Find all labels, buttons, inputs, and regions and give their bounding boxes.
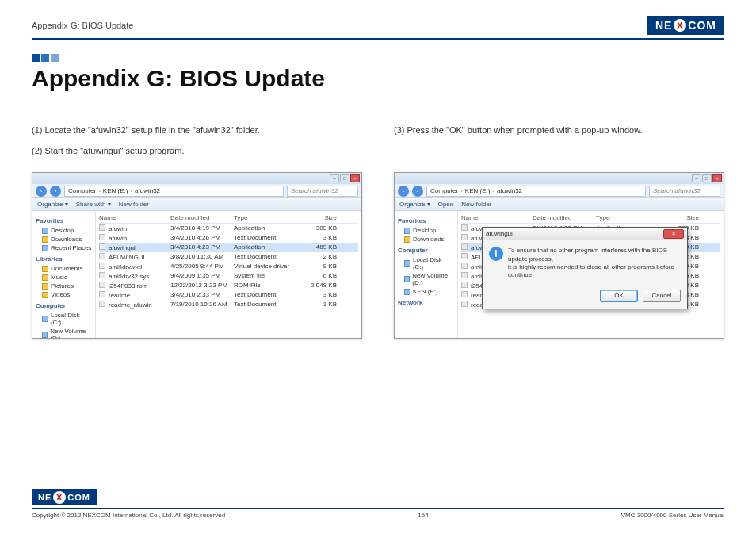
breadcrumb-computer[interactable]: Computer xyxy=(430,186,458,196)
search-input[interactable]: Search afuwin32 xyxy=(287,186,358,197)
folder-icon xyxy=(42,236,48,243)
file-row[interactable]: i254F033.rom12/22/2012 3:23 PMROM File2,… xyxy=(99,281,358,290)
column-headers[interactable]: Name Date modified Type Size xyxy=(99,213,358,224)
newfolder-button[interactable]: New folder xyxy=(461,201,491,208)
search-input[interactable]: Search afuwin32 xyxy=(649,186,720,197)
sidebar-item-newvold[interactable]: New Volume (D:) xyxy=(36,327,92,339)
sidebar-item-music[interactable]: Music xyxy=(36,273,92,282)
chevron-right-icon: › xyxy=(130,186,132,196)
col-size[interactable]: Size xyxy=(659,214,699,221)
dialog-message: To ensure that no other program interfer… xyxy=(508,247,681,280)
app-icon xyxy=(99,224,105,231)
drive-icon xyxy=(404,260,410,266)
minimize-button[interactable]: – xyxy=(330,174,339,182)
organize-menu[interactable]: Organize ▾ xyxy=(37,201,68,208)
sidebar-item-documents[interactable]: Documents xyxy=(36,264,92,273)
recent-icon xyxy=(42,245,48,251)
file-row[interactable]: amifldrv.vxd4/25/2005 8:44 PMVirtual dev… xyxy=(99,262,358,271)
folder-icon xyxy=(42,283,48,290)
window-titlebar: – □ × xyxy=(32,173,361,184)
text-icon xyxy=(99,301,105,307)
column-headers[interactable]: Name Date modified Type Size xyxy=(461,213,720,224)
col-name[interactable]: Name xyxy=(461,214,533,221)
page-title: Appendix G: BIOS Update xyxy=(32,65,724,92)
drive-icon xyxy=(42,332,48,338)
logo-x-icon: X xyxy=(674,19,686,32)
col-type[interactable]: Type xyxy=(596,214,659,221)
folder-icon xyxy=(42,274,48,281)
sidebar-item-localc[interactable]: Local Disk (C:) xyxy=(398,255,454,271)
file-icon xyxy=(461,282,468,288)
text-icon xyxy=(99,253,105,259)
sidebar-item-downloads[interactable]: Downloads xyxy=(36,235,92,243)
sidebar-item-newvold[interactable]: New Volume (D:) xyxy=(398,271,454,287)
breadcrumb-folder[interactable]: afuwin32 xyxy=(497,186,522,196)
close-button[interactable]: × xyxy=(712,174,722,182)
file-row[interactable]: readme_afuwin7/19/2010 10:26 AMText Docu… xyxy=(99,300,358,309)
sidebar-item-downloads[interactable]: Downloads xyxy=(398,235,454,243)
ok-button[interactable]: OK xyxy=(600,290,638,302)
breadcrumb-folder[interactable]: afuwin32 xyxy=(135,186,160,196)
maximize-button[interactable]: □ xyxy=(702,174,712,182)
close-button[interactable]: × xyxy=(350,174,360,182)
file-row[interactable]: AFUWINGUI3/8/2010 11:30 AMText Document2… xyxy=(99,252,358,262)
cancel-button[interactable]: Cancel xyxy=(643,290,681,302)
file-icon xyxy=(99,282,105,288)
copyright: Copyright © 2012 NEXCOM International Co… xyxy=(32,512,225,519)
drive-icon xyxy=(404,289,410,295)
breadcrumb-drive[interactable]: KEN (E:) xyxy=(465,186,491,196)
logo-post: COM xyxy=(688,19,716,32)
open-button[interactable]: Open xyxy=(438,201,454,208)
screenshot-right: – □ × ‹ › Computer › KEN (E:) › afuwin32… xyxy=(394,172,724,339)
sidebar-item-desktop[interactable]: Desktop xyxy=(398,226,454,235)
desktop-icon xyxy=(404,228,410,234)
share-menu[interactable]: Share with ▾ xyxy=(76,201,111,208)
sidebar-item-localc[interactable]: Local Disk (C:) xyxy=(36,311,92,327)
sidebar-item-kene[interactable]: KEN (E:) xyxy=(398,287,454,296)
forward-button[interactable]: › xyxy=(50,186,61,197)
breadcrumb-computer[interactable]: Computer xyxy=(68,186,96,196)
nav-pane: Favorites Desktop Downloads Computer Loc… xyxy=(395,211,458,338)
logo-pre: NE xyxy=(655,19,672,32)
confirmation-dialog: afuwingui × i To ensure that no other pr… xyxy=(482,227,688,309)
col-size[interactable]: Size xyxy=(297,214,337,221)
file-list: Name Date modified Type Size afuwin3/4/2… xyxy=(96,211,361,338)
window-titlebar: – □ × xyxy=(395,173,724,184)
forward-button[interactable]: › xyxy=(412,186,423,197)
text-icon xyxy=(461,253,468,259)
logo: NE X COM xyxy=(647,16,724,35)
col-date[interactable]: Date modified xyxy=(170,214,234,221)
sidebar-item-videos[interactable]: Videos xyxy=(36,290,92,299)
sidebar-item-desktop[interactable]: Desktop xyxy=(36,226,92,235)
network-group: Network xyxy=(398,299,454,306)
breadcrumb-drive[interactable]: KEN (E:) xyxy=(103,186,128,196)
sidebar-item-recent[interactable]: Recent Places xyxy=(36,243,92,252)
dialog-close-button[interactable]: × xyxy=(663,229,684,239)
back-button[interactable]: ‹ xyxy=(398,186,409,197)
breadcrumb[interactable]: Computer › KEN (E:) › afuwin32 xyxy=(426,186,646,197)
back-button[interactable]: ‹ xyxy=(36,186,47,197)
col-name[interactable]: Name xyxy=(99,214,170,221)
newfolder-button[interactable]: New folder xyxy=(119,201,149,208)
folder-icon xyxy=(404,236,410,243)
col-type[interactable]: Type xyxy=(234,214,297,221)
minimize-button[interactable]: – xyxy=(692,174,701,182)
organize-menu[interactable]: Organize ▾ xyxy=(399,201,430,208)
header-section: Appendix G: BIOS Update xyxy=(32,21,133,30)
file-list: Name Date modified Type Size afuwin3/4/2… xyxy=(458,211,724,338)
file-row[interactable]: amifldrv32.sys9/4/2009 1:35 PMSystem fil… xyxy=(99,271,358,281)
text-icon xyxy=(461,301,468,307)
info-icon: i xyxy=(489,247,503,261)
col-date[interactable]: Date modified xyxy=(533,214,596,221)
favorites-group: Favorites xyxy=(36,217,92,224)
breadcrumb[interactable]: Computer › KEN (E:) › afuwin32 xyxy=(64,186,284,197)
maximize-button[interactable]: □ xyxy=(340,174,349,182)
file-row[interactable]: readme3/4/2010 2:33 PMText Document3 KB xyxy=(99,290,358,300)
sidebar-item-pictures[interactable]: Pictures xyxy=(36,282,92,290)
file-row[interactable]: afuwin3/4/2010 4:26 PMText Document3 KB xyxy=(99,233,358,243)
file-row[interactable]: afuwin3/4/2010 4:19 PMApplication389 KB xyxy=(99,224,358,233)
file-icon xyxy=(461,263,468,269)
file-row-selected[interactable]: afuwingui3/4/2010 4:23 PMApplication469 … xyxy=(99,243,358,252)
app-icon xyxy=(99,243,105,250)
decorative-squares xyxy=(32,54,724,62)
